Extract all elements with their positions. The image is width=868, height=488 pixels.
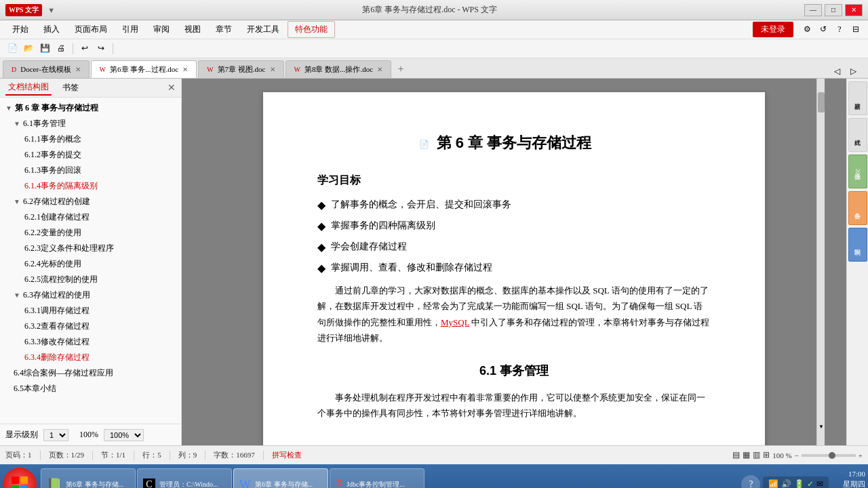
tree-item-6-2-4[interactable]: 6.2.4光标的使用 bbox=[0, 256, 181, 272]
tab-ch8[interactable]: W 第8章 数据...操作.doc ✕ bbox=[285, 60, 392, 78]
tree-item-6-2-1[interactable]: 6.2.1创建存储过程 bbox=[0, 209, 181, 225]
icon-button-2[interactable]: ↺ bbox=[816, 23, 830, 37]
document-area: 📄 第 6 章 事务与存储过程 学习目标 ◆ 了解事务的概念，会开启、提交和回滚… bbox=[182, 79, 846, 445]
document-scroll[interactable]: 📄 第 6 章 事务与存储过程 学习目标 ◆ 了解事务的概念，会开启、提交和回滚… bbox=[182, 79, 846, 445]
tree-item-6-3-3[interactable]: 6.3.3修改存储过程 bbox=[0, 334, 181, 350]
icon-button-3[interactable]: ? bbox=[833, 23, 846, 37]
tree-item-6-2[interactable]: ▼ 6.2存储过程的创建 bbox=[0, 194, 181, 209]
tab-ch6-close[interactable]: ✕ bbox=[182, 66, 188, 73]
tree-label-6-3: 6.3存储过程的使用 bbox=[23, 289, 90, 301]
tree-label-6-2-4: 6.2.4光标的使用 bbox=[24, 258, 81, 270]
sidebar-tab-structure[interactable]: 文档结构图 bbox=[5, 80, 52, 96]
tree-item-6-1[interactable]: ▼ 6.1事务管理 bbox=[0, 116, 181, 131]
zoom-select[interactable]: 100% bbox=[104, 429, 144, 441]
tab-ch6[interactable]: W 第6章 事务...过程.doc ✕ bbox=[91, 60, 197, 78]
status-spell[interactable]: 拼写检查 bbox=[272, 450, 302, 460]
view-icon-4[interactable]: ⊞ bbox=[763, 450, 770, 460]
scroll-down-arrow[interactable]: ▼ bbox=[817, 424, 825, 432]
tree-label-6-5: 6.5本章小结 bbox=[14, 383, 56, 394]
tab-ch7[interactable]: W 第7章 视图.doc ✕ bbox=[198, 60, 283, 78]
tree-arrow-ch6: ▼ bbox=[5, 104, 12, 112]
taskbar-jdbc[interactable]: P Jdbc事务控制管理... bbox=[330, 468, 425, 488]
tree-item-6-1-2[interactable]: 6.1.2事务的提交 bbox=[0, 147, 181, 163]
vertical-scrollbar[interactable]: ▼ bbox=[816, 79, 825, 445]
tree-item-6-3[interactable]: ▼ 6.3存储过程的使用 bbox=[0, 287, 181, 303]
view-icon-2[interactable]: ▦ bbox=[743, 450, 750, 460]
tray-icon-3: 🔋 bbox=[794, 479, 804, 488]
zoom-slider[interactable] bbox=[802, 454, 856, 457]
tab-ch8-close[interactable]: ✕ bbox=[377, 66, 382, 73]
view-icon-3[interactable]: ▥ bbox=[753, 450, 760, 460]
tree-item-6-1-3[interactable]: 6.1.3事务的回滚 bbox=[0, 163, 181, 178]
help-button[interactable]: ? bbox=[741, 475, 760, 488]
backup-btn[interactable]: 备份 bbox=[848, 191, 867, 225]
maximize-button[interactable]: □ bbox=[825, 4, 842, 16]
login-button[interactable]: 未登录 bbox=[753, 22, 793, 37]
restrict-btn[interactable]: 限制 bbox=[848, 228, 867, 262]
sidebar-close-button[interactable]: ✕ bbox=[167, 82, 176, 94]
tab-docer-icon: D bbox=[12, 66, 16, 73]
menu-devtools[interactable]: 开发工具 bbox=[240, 22, 286, 37]
tree-item-6-3-4[interactable]: 6.3.4删除存储过程 bbox=[0, 350, 181, 365]
taskbar-cmd[interactable]: C 管理员：C:\Windo... bbox=[137, 468, 232, 488]
tab-docer[interactable]: D Docer-在线模板 ✕ bbox=[3, 60, 90, 78]
tree-item-6-5[interactable]: 6.5本章小结 bbox=[0, 381, 181, 396]
level-select[interactable]: 123 bbox=[43, 429, 68, 441]
status-total: 页数：1/29 bbox=[49, 450, 85, 460]
tab-ch7-label: 第7章 视图.doc bbox=[218, 64, 266, 75]
tree-item-6-1-4[interactable]: 6.1.4事务的隔离级别 bbox=[0, 178, 181, 194]
menu-start[interactable]: 开始 bbox=[5, 22, 35, 37]
minimize-button[interactable]: — bbox=[804, 4, 822, 16]
menu-review[interactable]: 审阅 bbox=[146, 22, 176, 37]
tree-item-ch6[interactable]: ▼ 第 6 章 事务与存储过程 bbox=[0, 100, 181, 116]
menu-chapter[interactable]: 章节 bbox=[209, 22, 239, 37]
menu-insert[interactable]: 插入 bbox=[37, 22, 66, 37]
zoom-minus[interactable]: − bbox=[795, 451, 799, 460]
tree-item-6-3-2[interactable]: 6.3.2查看存储过程 bbox=[0, 319, 181, 334]
tab-docer-close[interactable]: ✕ bbox=[75, 66, 81, 73]
icon-button-4[interactable]: ⊟ bbox=[849, 23, 863, 37]
select-btn[interactable]: 选择 26 bbox=[848, 155, 867, 188]
close-button[interactable]: ✕ bbox=[845, 4, 863, 16]
clock[interactable]: 17:00 星期四 2014/11/13 bbox=[831, 469, 865, 488]
zoom-plus[interactable]: + bbox=[859, 451, 863, 460]
taskbar-mysql-icon: 📗 bbox=[47, 477, 62, 488]
tree-item-6-3-1[interactable]: 6.3.1调用存储过程 bbox=[0, 303, 181, 319]
tab-ch7-close[interactable]: ✕ bbox=[270, 66, 275, 73]
taskbar-ch6-doc[interactable]: W 第6章 事务与存储... bbox=[233, 468, 328, 488]
redo-btn[interactable]: ↪ bbox=[94, 42, 108, 56]
taskbar-jdbc-icon: P bbox=[336, 478, 342, 489]
taskbar-mysql-dir[interactable]: 📗 第6章 事务与存储... bbox=[41, 468, 136, 488]
tree-item-6-2-3[interactable]: 6.2.3定义条件和处理程序 bbox=[0, 241, 181, 256]
wps-menu-arrow[interactable]: ▼ bbox=[47, 6, 55, 14]
scrollbar-thumb[interactable] bbox=[818, 92, 825, 113]
save-btn[interactable]: 💾 bbox=[38, 42, 52, 56]
open-btn[interactable]: 📂 bbox=[22, 42, 35, 56]
tree-item-6-1-1[interactable]: 6.1.1事务的概念 bbox=[0, 131, 181, 147]
tab-scroll-left[interactable]: ◁ bbox=[830, 64, 844, 78]
tab-docer-label: Docer-在线模板 bbox=[20, 64, 71, 75]
icon-button-1[interactable]: ⚙ bbox=[800, 23, 814, 37]
menu-reference[interactable]: 引用 bbox=[115, 22, 145, 37]
doc-subtitle: 学习目标 bbox=[317, 174, 711, 188]
undo-btn[interactable]: ↩ bbox=[78, 42, 92, 56]
tree-item-6-4[interactable]: 6.4综合案例—存储过程应用 bbox=[0, 365, 181, 381]
zoom-thumb[interactable] bbox=[829, 452, 835, 459]
sidebar-tab-bookmark[interactable]: 书签 bbox=[60, 81, 81, 95]
new-btn[interactable]: 新建 bbox=[848, 81, 867, 115]
status-line: 行：5 bbox=[142, 450, 161, 460]
tree-item-6-2-2[interactable]: 6.2.2变量的使用 bbox=[0, 225, 181, 241]
tree-item-6-2-5[interactable]: 6.2.5流程控制的使用 bbox=[0, 272, 181, 287]
sep-status-2 bbox=[92, 451, 93, 460]
print-btn[interactable]: 🖨 bbox=[54, 42, 68, 56]
menu-special[interactable]: 特色功能 bbox=[288, 21, 335, 38]
view-icon-1[interactable]: ▤ bbox=[732, 450, 740, 460]
menu-view[interactable]: 视图 bbox=[178, 22, 208, 37]
new-doc-btn[interactable]: 📄 bbox=[5, 42, 19, 56]
add-tab-button[interactable]: + bbox=[393, 60, 409, 78]
style-btn[interactable]: 样式 bbox=[848, 118, 867, 152]
zoom-bar: ▤ ▦ ▥ ⊞ 100 % − + bbox=[732, 450, 863, 460]
menu-pagelayout[interactable]: 页面布局 bbox=[68, 22, 114, 37]
start-button[interactable] bbox=[3, 468, 37, 488]
tab-scroll-right[interactable]: ▷ bbox=[846, 64, 860, 78]
